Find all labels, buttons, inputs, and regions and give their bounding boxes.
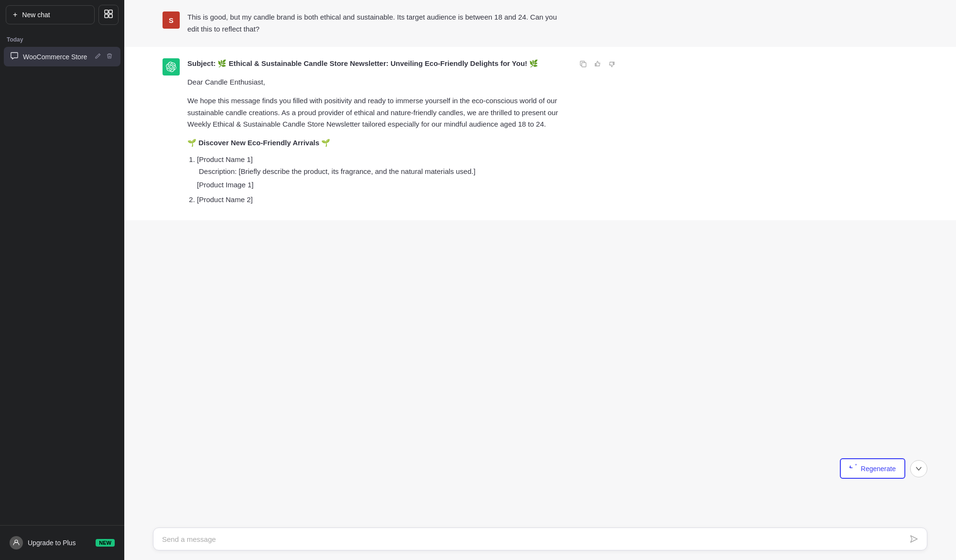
assistant-message: Subject: 🌿 Ethical & Sustainable Candle … [124, 47, 956, 220]
new-chat-button[interactable]: + New chat [6, 5, 95, 24]
sidebar-bottom: Upgrade to Plus NEW [0, 525, 124, 560]
floating-actions: Regenerate [840, 458, 927, 479]
send-button[interactable] [910, 535, 918, 543]
edit-chat-button[interactable] [94, 52, 102, 62]
input-area [124, 522, 956, 560]
regenerate-button[interactable]: Regenerate [840, 458, 905, 479]
body-paragraph: We hope this message finds you filled wi… [187, 95, 570, 130]
copy-button[interactable] [577, 58, 589, 72]
upgrade-label: Upgrade to Plus [28, 539, 76, 547]
chat-wrapper: S This is good, but my candle brand is b… [124, 0, 956, 522]
input-box [153, 528, 927, 550]
assistant-message-content: Subject: 🌿 Ethical & Sustainable Candle … [187, 58, 570, 209]
svg-rect-3 [109, 14, 112, 18]
regenerate-icon [849, 464, 857, 473]
chat-icon [11, 52, 18, 62]
thumbs-down-button[interactable] [606, 58, 618, 72]
user-avatar: S [163, 11, 180, 29]
product1-image: [Product Image 1] [197, 179, 570, 191]
svg-rect-0 [105, 10, 108, 13]
upgrade-button[interactable]: Upgrade to Plus NEW [6, 531, 119, 554]
chat-history-item[interactable]: WooCommerce Store [4, 47, 120, 66]
regenerate-label: Regenerate [861, 465, 896, 473]
svg-rect-1 [109, 10, 112, 13]
main-content: S This is good, but my candle brand is b… [124, 0, 956, 560]
today-label: Today [0, 30, 124, 46]
section-heading: 🌱 Discover New Eco-Friendly Arrivals 🌱 [187, 137, 570, 149]
svg-rect-5 [582, 63, 586, 67]
list-item: [Product Name 2] [197, 194, 570, 206]
sidebar-top: + New chat [0, 0, 124, 30]
product-list: [Product Name 1] Description: [Briefly d… [187, 154, 570, 206]
product1-desc: Description: [Briefly describe the produ… [199, 166, 570, 178]
new-chat-label: New chat [22, 11, 50, 19]
subject-line: Subject: 🌿 Ethical & Sustainable Candle … [187, 58, 570, 69]
delete-chat-button[interactable] [105, 52, 114, 62]
plus-icon: + [13, 11, 17, 19]
layout-icon [104, 10, 113, 20]
chat-messages: S This is good, but my candle brand is b… [124, 0, 956, 522]
list-item: [Product Name 1] Description: [Briefly d… [197, 154, 570, 191]
chat-item-actions [94, 52, 114, 62]
message-input[interactable] [162, 535, 905, 543]
user-message-text: This is good, but my candle brand is bot… [187, 11, 570, 35]
greeting: Dear Candle Enthusiast, [187, 76, 570, 88]
layout-toggle-button[interactable] [98, 5, 119, 25]
sidebar: + New chat Today WooCommerce Store [0, 0, 124, 560]
product1-name: [Product Name 1] [197, 154, 570, 166]
new-badge: NEW [96, 539, 115, 547]
avatar [10, 536, 23, 549]
thumbs-up-button[interactable] [592, 58, 603, 72]
product2-name: [Product Name 2] [197, 195, 253, 204]
chat-item-label: WooCommerce Store [23, 53, 89, 61]
user-message: S This is good, but my candle brand is b… [124, 0, 956, 47]
message-actions [577, 58, 618, 72]
gpt-avatar [163, 58, 180, 75]
scroll-down-button[interactable] [910, 460, 927, 477]
svg-rect-2 [105, 14, 108, 18]
